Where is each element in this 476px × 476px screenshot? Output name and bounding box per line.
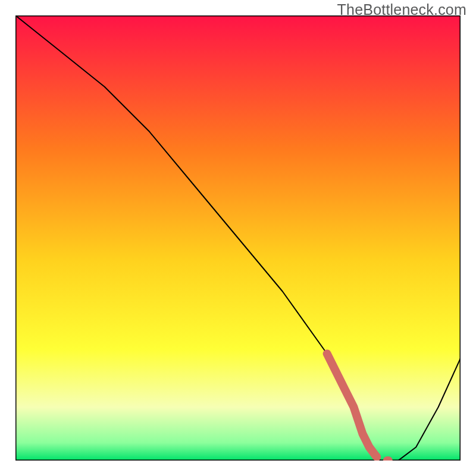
watermark-label: TheBottleneck.com bbox=[337, 1, 466, 18]
chart-frame: TheBottleneck.com bbox=[0, 0, 476, 476]
plot-area bbox=[15, 15, 461, 461]
chart-svg bbox=[15, 15, 461, 461]
